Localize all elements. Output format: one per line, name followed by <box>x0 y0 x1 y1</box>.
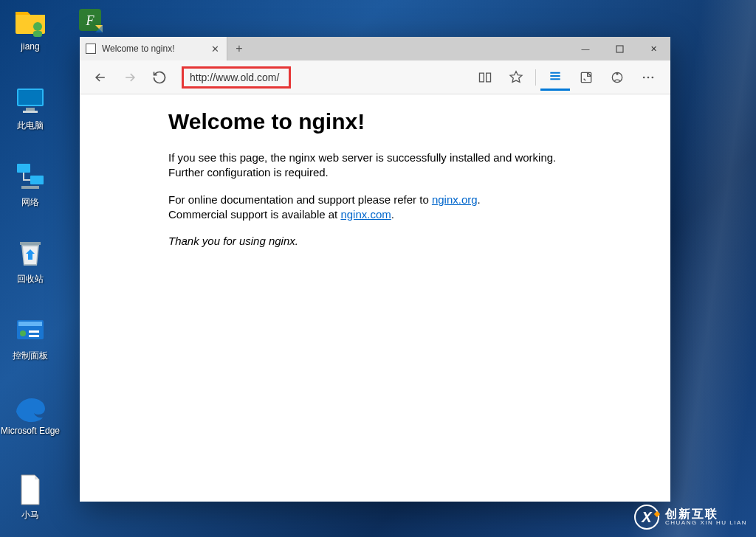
watermark: X 创新互联 CHUANG XIN HU LIAN <box>634 505 747 530</box>
svg-point-23 <box>652 76 654 78</box>
address-bar-highlight: http://www.old.com/ <box>182 66 291 89</box>
browser-tab-bar: Welcome to nginx! ✕ + — ✕ <box>80 37 670 60</box>
window-controls: — ✕ <box>568 37 670 60</box>
desktop-icon-label: jiang <box>21 41 39 52</box>
desktop-icon-label: Microsoft Edge <box>1 426 60 437</box>
browser-window: Welcome to nginx! ✕ + — ✕ http://www.old… <box>80 37 670 502</box>
more-button[interactable] <box>633 64 663 91</box>
refresh-button[interactable] <box>146 64 173 91</box>
desktop-icon-label: 回收站 <box>17 273 44 285</box>
svg-point-20 <box>616 72 618 75</box>
watermark-logo-icon: X <box>634 505 659 530</box>
desktop-icon-network[interactable]: 网络 <box>3 159 58 209</box>
svg-rect-7 <box>30 176 44 184</box>
toolbar-separator <box>535 69 536 86</box>
svg-rect-17 <box>616 46 623 52</box>
folder-user-icon <box>13 4 48 40</box>
back-button[interactable] <box>87 64 114 91</box>
desktop-icon-user-folder[interactable]: jiang <box>3 4 58 52</box>
app-shield-icon: F <box>75 4 110 40</box>
maximize-button[interactable] <box>602 37 636 60</box>
browser-toolbar: http://www.old.com/ <box>80 60 670 94</box>
desktop-icon-label: 小马 <box>21 509 39 522</box>
page-paragraph: If you see this page, the nginx web serv… <box>168 150 560 179</box>
network-icon <box>13 159 48 195</box>
minimize-button[interactable]: — <box>568 37 602 60</box>
page-content: Welcome to nginx! If you see this page, … <box>80 94 670 502</box>
desktop-icon-control-panel[interactable]: 控制面板 <box>3 313 58 362</box>
tab-close-button[interactable]: ✕ <box>209 44 221 55</box>
web-notes-button[interactable] <box>571 64 601 91</box>
desktop-icon-recycle-bin[interactable]: 回收站 <box>3 236 58 285</box>
svg-point-21 <box>643 76 645 78</box>
svg-rect-4 <box>26 108 35 111</box>
edge-icon <box>13 389 48 425</box>
svg-rect-18 <box>581 72 591 82</box>
svg-rect-6 <box>17 164 30 173</box>
svg-rect-5 <box>23 111 38 113</box>
desktop-icon-file[interactable]: 小马 <box>3 472 58 522</box>
link-nginx-org[interactable]: nginx.org <box>432 193 478 206</box>
computer-icon <box>13 83 48 118</box>
svg-point-0 <box>33 22 42 31</box>
control-panel-icon <box>13 313 48 348</box>
address-bar[interactable]: http://www.old.com/ <box>182 66 291 89</box>
hub-button[interactable] <box>540 64 570 91</box>
svg-rect-1 <box>33 31 42 37</box>
new-tab-button[interactable]: + <box>227 37 251 60</box>
text: Commercial support is available at <box>168 208 340 221</box>
text: . <box>391 208 394 221</box>
svg-text:F: F <box>86 13 95 28</box>
page-heading: Welcome to nginx! <box>168 109 670 134</box>
desktop-icon-label: 此电脑 <box>17 119 44 132</box>
page-paragraph: For online documentation and support ple… <box>168 193 560 221</box>
svg-rect-3 <box>18 90 42 105</box>
svg-rect-14 <box>29 335 39 337</box>
text: For online documentation and support ple… <box>168 193 432 206</box>
tab-title: Welcome to nginx! <box>102 44 203 54</box>
svg-point-22 <box>647 76 650 78</box>
svg-rect-9 <box>20 242 41 245</box>
browser-tab[interactable]: Welcome to nginx! ✕ <box>80 37 227 60</box>
favorite-button[interactable] <box>501 64 531 91</box>
watermark-text-cn: 创新互联 <box>665 508 747 520</box>
desktop-icon-label: 控制面板 <box>13 350 48 362</box>
svg-rect-11 <box>18 322 42 326</box>
svg-rect-13 <box>29 330 39 333</box>
desktop-icon-label: 网络 <box>21 196 39 209</box>
page-icon <box>86 44 96 54</box>
desktop-icon-this-pc[interactable]: 此电脑 <box>3 83 58 132</box>
watermark-text-en: CHUANG XIN HU LIAN <box>665 520 747 526</box>
close-button[interactable]: ✕ <box>636 37 670 60</box>
svg-rect-8 <box>21 186 39 189</box>
share-button[interactable] <box>602 64 632 91</box>
desktop-icon-edge[interactable]: Microsoft Edge <box>3 389 58 437</box>
reading-view-button[interactable] <box>470 64 500 91</box>
link-nginx-com[interactable]: nginx.com <box>340 208 391 221</box>
svg-point-12 <box>20 330 26 336</box>
forward-button[interactable] <box>117 64 143 91</box>
text: . <box>478 193 481 206</box>
recycle-bin-icon <box>13 236 48 271</box>
file-icon <box>13 472 48 507</box>
page-thanks: Thank you for using nginx. <box>168 235 670 247</box>
